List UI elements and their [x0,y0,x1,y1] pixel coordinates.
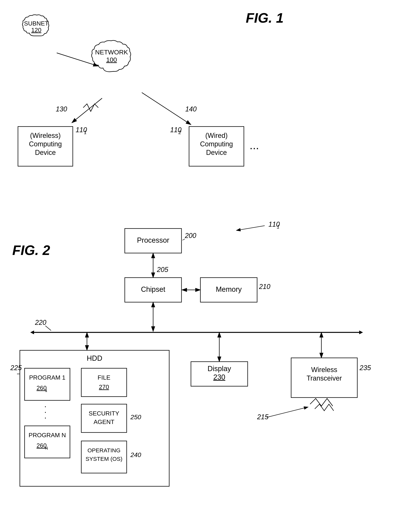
svg-text:110: 110 [268,220,280,228]
svg-text:235: 235 [359,364,371,372]
svg-text:Transceiver: Transceiver [307,374,342,382]
svg-line-46 [45,326,51,330]
svg-text:230: 230 [213,373,225,381]
svg-text:260: 260 [37,385,46,391]
svg-rect-69 [81,404,127,432]
svg-line-10 [72,98,102,123]
svg-line-85 [267,407,308,417]
svg-text:270: 270 [99,384,109,390]
svg-text:FILE: FILE [98,374,111,381]
svg-text:260: 260 [37,442,46,449]
svg-text:SYSTEM (OS): SYSTEM (OS) [85,456,122,462]
svg-text:Computing: Computing [29,140,62,148]
svg-text:PROGRAM N: PROGRAM N [29,432,66,438]
svg-text:PROGRAM 1: PROGRAM 1 [29,374,65,381]
svg-text:(Wired): (Wired) [205,132,228,139]
svg-text:Processor: Processor [137,236,169,244]
svg-text:130: 130 [56,105,67,113]
svg-text:210: 210 [259,283,270,291]
svg-text:Display: Display [208,365,231,373]
svg-text:1: 1 [84,130,87,135]
svg-marker-44 [359,330,363,334]
svg-text:...: ... [249,139,259,152]
svg-text:·: · [44,407,46,416]
svg-rect-12 [18,127,73,166]
svg-text:205: 205 [157,266,169,273]
svg-text:SECURITY: SECURITY [89,410,119,417]
svg-text:HDD: HDD [87,354,102,362]
svg-marker-43 [30,330,34,334]
svg-line-9 [57,53,98,66]
svg-text:240: 240 [130,451,141,458]
svg-rect-55 [25,368,70,400]
svg-text:SUBNET: SUBNET [24,20,49,27]
svg-text:225: 225 [10,364,22,372]
svg-text:2: 2 [178,130,181,135]
svg-text:110: 110 [170,126,182,134]
svg-text:Device: Device [206,149,227,156]
svg-text:200: 200 [185,232,196,240]
svg-text:Wireless: Wireless [311,366,337,374]
svg-rect-39 [200,278,257,302]
svg-text:N: N [45,446,48,450]
svg-text:AGENT: AGENT [94,418,114,425]
svg-rect-51 [20,350,169,486]
svg-text:220: 220 [35,319,46,326]
svg-text:·: · [44,413,46,422]
svg-line-29 [236,226,265,230]
svg-text:·: · [44,402,46,411]
svg-text:OPERATING: OPERATING [88,447,120,453]
svg-text:Device: Device [35,149,56,156]
svg-text:Memory: Memory [216,285,242,293]
svg-line-33 [182,239,185,240]
page: SUBNET 120 NETWORK 100 (Wireless) Comput… [0,0,404,532]
svg-rect-30 [125,228,182,253]
svg-rect-16 [189,127,244,166]
svg-text:1: 1 [277,224,280,230]
svg-rect-35 [125,278,182,302]
svg-text:FIG. 2: FIG. 2 [12,243,50,258]
svg-rect-66 [81,368,127,397]
svg-text:140: 140 [185,105,197,113]
svg-text:100: 100 [106,56,117,63]
diagram-svg: SUBNET 120 NETWORK 100 (Wireless) Comput… [0,0,404,532]
svg-text:110: 110 [76,126,87,134]
svg-text:FIG. 1: FIG. 1 [246,10,284,25]
svg-rect-80 [291,358,357,398]
svg-text:(Wireless): (Wireless) [30,132,61,139]
svg-rect-77 [191,362,248,386]
svg-text:NETWORK: NETWORK [95,49,128,56]
svg-rect-62 [25,426,70,458]
svg-line-11 [142,93,191,125]
svg-text:Chipset: Chipset [141,285,165,293]
svg-text:250: 250 [130,413,141,421]
svg-text:215: 215 [257,413,269,421]
svg-text:Computing: Computing [200,140,233,148]
svg-text:1: 1 [45,388,47,393]
svg-text:120: 120 [31,27,41,33]
svg-rect-73 [81,441,127,473]
